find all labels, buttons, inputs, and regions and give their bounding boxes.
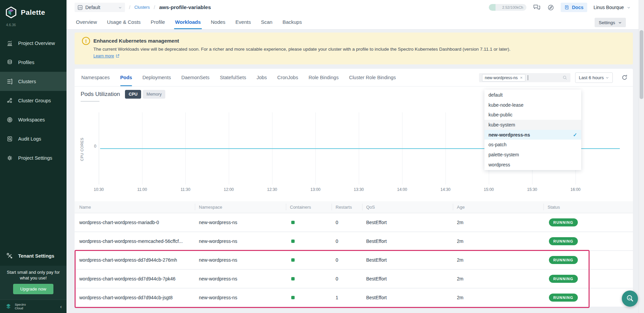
x-tick-label: 14:30 — [440, 187, 450, 192]
sidebar-item-project-settings[interactable]: Project Settings — [0, 148, 67, 167]
pod-qos-cell: BestEffort — [366, 257, 457, 263]
refresh-icon — [621, 74, 628, 81]
namespace-option[interactable]: kube-system ✓ — [484, 120, 581, 130]
cluster-tab[interactable]: Profile — [151, 14, 165, 29]
divider — [75, 86, 633, 87]
sidebar-item-profiles[interactable]: Profiles — [0, 53, 67, 72]
feedback-chat-button[interactable] — [533, 4, 541, 11]
chat-bubbles-icon — [533, 4, 541, 11]
cluster-tab[interactable]: Scan — [261, 14, 272, 29]
memory-toggle-button[interactable]: Memory — [143, 90, 165, 99]
app-version: 4.6.36 — [0, 19, 67, 27]
x-tick-label: 11:00 — [137, 187, 147, 192]
pod-table-row[interactable]: wordpress-chart-wordpress-dd7d944cb-7pk4… — [75, 270, 633, 288]
status-badge: RUNNING — [549, 294, 578, 302]
tab-label: Overview — [76, 19, 97, 25]
usage-meter-value: 2.52/100kCh — [502, 5, 523, 9]
namespace-filter-chip[interactable]: new-wordpress-ns × — [482, 74, 525, 82]
cluster-tab[interactable]: Events — [235, 14, 251, 29]
workload-subtab[interactable]: CronJobs — [277, 69, 298, 86]
pods-table-body: wordpress-chart-wordpress-mariadb-0 new-… — [75, 213, 633, 307]
workload-subtab[interactable]: Role Bindings — [308, 69, 338, 86]
compass-icon — [547, 4, 554, 11]
pod-table-row[interactable]: wordpress-chart-wordpress-mariadb-0 new-… — [75, 213, 633, 231]
pod-name-cell: wordpress-chart-wordpress-mariadb-0 — [75, 220, 199, 225]
workload-subtab[interactable]: DaemonSets — [181, 69, 210, 86]
workload-subtab[interactable]: Namespaces — [81, 69, 110, 86]
collapse-sidebar-icon[interactable]: ‹ — [60, 304, 62, 309]
subtab-label: Cluster Role Bindings — [349, 75, 396, 80]
sidebar-item-label: Workspaces — [18, 117, 45, 122]
namespace-option[interactable]: kube-public ✓ — [484, 110, 581, 120]
pod-restarts-cell: 1 — [336, 295, 366, 300]
header-separator — [362, 204, 362, 210]
pod-table-row[interactable]: wordpress-chart-wordpress-dd7d944cb-jsgt… — [75, 289, 633, 307]
cpu-toggle-button[interactable]: CPU — [125, 90, 141, 99]
breadcrumb-current: aws-profile-variables — [159, 4, 211, 10]
column-header-status: Status — [548, 205, 633, 210]
text-cursor — [528, 75, 528, 80]
breadcrumb-clusters-link[interactable]: Clusters — [134, 5, 150, 10]
container-status-square — [291, 221, 295, 224]
namespace-dropdown: default ✓ kube-node-lease ✓ kube-public … — [484, 90, 581, 170]
namespace-option[interactable]: kube-node-lease ✓ — [484, 100, 581, 110]
workload-subtab[interactable]: Pods — [120, 69, 132, 86]
pod-status-cell: RUNNING — [548, 237, 633, 245]
header-actions: 2.52/100kCh Docs Linus Bourque — [489, 0, 631, 15]
x-tick-label: 13:30 — [354, 187, 364, 192]
sidebar-footer: Spectro Cloud ‹ — [0, 300, 67, 313]
namespace-option[interactable]: new-wordpress-ns ✓ — [484, 130, 581, 140]
pod-table-row[interactable]: wordpress-chart-wordpress-memcached-56cf… — [75, 232, 633, 250]
time-range-select[interactable]: Last 6 hours — [575, 72, 613, 83]
title-underline — [81, 101, 99, 102]
sidebar-item-clusters[interactable]: Clusters — [0, 72, 67, 91]
status-badge: RUNNING — [549, 256, 578, 264]
cluster-tab[interactable]: Overview — [76, 14, 97, 29]
namespace-filter-input[interactable]: new-wordpress-ns × — [479, 73, 570, 82]
project-selector[interactable]: Default — [75, 3, 125, 12]
column-header-age: Age — [457, 205, 548, 210]
logo[interactable]: Palette — [0, 0, 67, 19]
pod-namespace-cell: new-wordpress-ns — [199, 220, 290, 225]
header-separator — [544, 204, 544, 210]
docs-button[interactable]: Docs — [561, 3, 587, 12]
usage-meter-fill — [489, 4, 496, 11]
workload-subtab[interactable]: Deployments — [142, 69, 171, 86]
help-compass-button[interactable] — [547, 4, 554, 11]
scrollbar-thumb[interactable] — [640, 30, 643, 99]
remove-chip-icon[interactable]: × — [520, 76, 523, 80]
cluster-tab[interactable]: Backups — [283, 14, 302, 29]
namespace-option[interactable]: os-patch ✓ — [484, 140, 581, 150]
workload-subtab[interactable]: Cluster Role Bindings — [349, 69, 396, 86]
pod-table-row[interactable]: wordpress-chart-wordpress-dd7d944cb-276m… — [75, 251, 633, 269]
sidebar-item-cluster-groups[interactable]: Cluster Groups — [0, 91, 67, 110]
column-header-name: Name — [75, 205, 199, 210]
workload-subtab[interactable]: Jobs — [257, 69, 267, 86]
user-menu[interactable]: Linus Bourque — [594, 5, 631, 10]
tab-label: Scan — [261, 19, 272, 25]
namespace-option[interactable]: palette-system ✓ — [484, 150, 581, 160]
sidebar-item-audit-logs[interactable]: Audit Logs — [0, 129, 67, 148]
cluster-tab[interactable]: Usage & Costs — [107, 14, 141, 29]
cluster-settings-button[interactable]: Settings — [595, 18, 626, 27]
sidebar-item-project-overview[interactable]: Project Overview — [0, 34, 67, 53]
namespace-option[interactable]: default ✓ — [484, 90, 581, 100]
sidebar-item-workspaces[interactable]: Workspaces — [0, 110, 67, 129]
upgrade-now-button[interactable]: Upgrade now — [13, 284, 53, 294]
support-chat-widget-button[interactable] — [622, 291, 638, 307]
x-tick-label: 15:30 — [527, 187, 537, 192]
target-circles-icon — [6, 116, 13, 123]
header-separator — [195, 204, 195, 210]
learn-more-link[interactable]: Learn more — [93, 54, 120, 58]
x-tick-label: 11:30 — [180, 187, 190, 192]
sidebar-item-label: Clusters — [18, 79, 36, 84]
namespace-option[interactable]: wordpress ✓ — [484, 160, 581, 170]
cluster-tab[interactable]: Nodes — [211, 14, 225, 29]
subtab-label: Deployments — [142, 75, 171, 80]
pod-name-cell: wordpress-chart-wordpress-dd7d944cb-jsgt… — [75, 295, 199, 300]
cluster-tab[interactable]: Workloads — [175, 14, 201, 29]
upgrade-promo: Start small and only pay for what you us… — [0, 266, 67, 300]
refresh-button[interactable] — [621, 74, 628, 81]
workload-subtab[interactable]: StatefulSets — [220, 69, 246, 86]
sidebar-item-tenant-settings[interactable]: Tenant Settings — [0, 249, 67, 263]
